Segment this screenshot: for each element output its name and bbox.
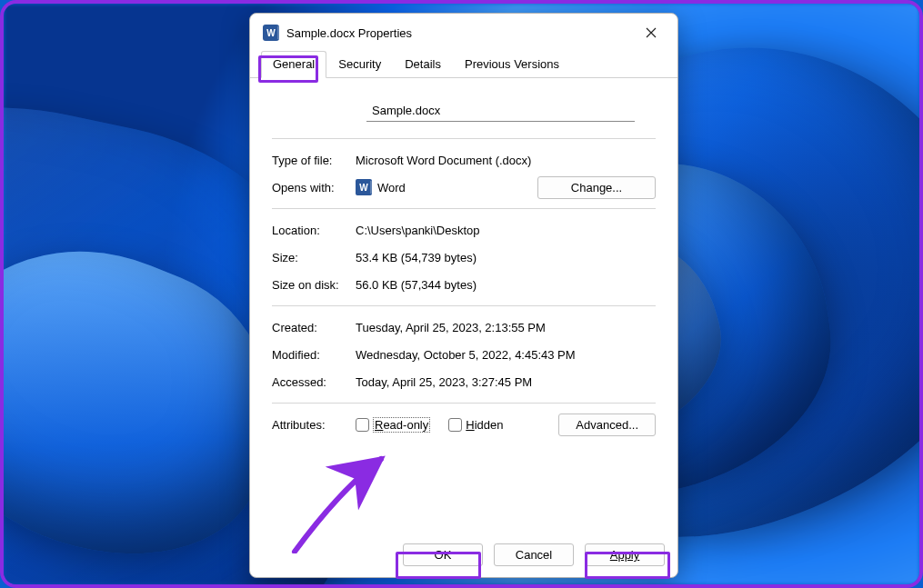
hidden-label[interactable]: Hidden [466,418,503,432]
word-file-icon: W [263,25,279,41]
label-location: Location: [272,224,356,237]
window-title: Sample.docx Properties [286,26,634,40]
titlebar[interactable]: W Sample.docx Properties [250,14,677,48]
value-modified: Wednesday, October 5, 2022, 4:45:43 PM [356,348,656,362]
change-button[interactable]: Change... [537,176,656,199]
value-accessed: Today, April 25, 2023, 3:27:45 PM [356,375,656,389]
label-accessed: Accessed: [272,375,356,389]
readonly-key: R [375,418,383,432]
value-location: C:\Users\panki\Desktop [356,224,656,237]
label-attributes: Attributes: [272,418,356,432]
hidden-key: H [466,418,474,432]
tab-security[interactable]: Security [326,51,393,78]
label-opens-with: Opens with: [272,181,356,194]
advanced-label: Advanced... [576,418,638,432]
cancel-button[interactable]: Cancel [494,543,574,566]
readonly-label[interactable]: Read-only [373,417,430,433]
tab-details[interactable]: Details [393,51,453,78]
close-button[interactable] [634,20,668,45]
hidden-checkbox[interactable] [448,418,462,432]
separator [272,305,656,306]
apply-button[interactable]: Apply [585,543,665,566]
label-size: Size: [272,251,356,264]
separator [272,403,656,404]
apply-label: Apply [610,548,640,562]
properties-dialog: W Sample.docx Properties General Securit… [249,13,678,578]
value-opens-with: Word [377,181,406,194]
value-type-of-file: Microsoft Word Document (.docx) [356,154,656,167]
value-size-on-disk: 56.0 KB (57,344 bytes) [356,278,656,292]
separator [272,208,656,209]
label-created: Created: [272,321,356,334]
word-app-icon: W [356,179,372,195]
dialog-footer: OK Cancel Apply [250,533,677,577]
readonly-text: ead-only [383,418,428,432]
separator [272,138,656,139]
value-created: Tuesday, April 25, 2023, 2:13:55 PM [356,321,656,334]
tab-row: General Security Details Previous Versio… [250,50,677,78]
tab-previous-versions[interactable]: Previous Versions [453,51,571,78]
label-type-of-file: Type of file: [272,154,356,167]
close-icon [646,27,657,38]
filename-input[interactable] [366,100,635,122]
dialog-content: Type of file: Microsoft Word Document (.… [250,78,677,533]
advanced-button[interactable]: Advanced... [558,414,656,436]
value-size: 53.4 KB (54,739 bytes) [356,251,656,264]
label-size-on-disk: Size on disk: [272,278,356,292]
ok-button[interactable]: OK [403,543,483,566]
hidden-text: idden [475,418,504,432]
label-modified: Modified: [272,348,356,362]
tab-general[interactable]: General [261,51,326,78]
readonly-checkbox[interactable] [356,418,369,432]
